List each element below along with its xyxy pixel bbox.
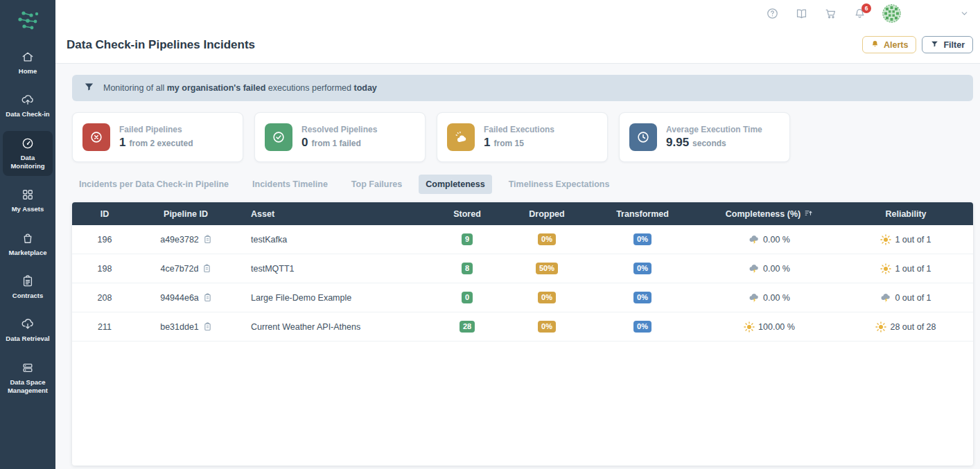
copy-icon[interactable]	[203, 264, 211, 273]
stat-value: 1	[119, 136, 125, 150]
funnel-icon	[83, 81, 95, 96]
table-row[interactable]: 208 94944e6a Large File-Demo Example 0 0…	[72, 283, 973, 312]
tab-incidents-timeline[interactable]: Incidents Timeline	[245, 175, 335, 194]
topbar: 6	[55, 0, 980, 26]
dropped-badge: 50%	[536, 263, 558, 274]
grid-icon	[21, 188, 35, 202]
table-header-row: ID Pipeline ID Asset Stored Dropped Tran…	[72, 202, 973, 225]
help-icon[interactable]	[766, 7, 779, 20]
brand-logo-icon[interactable]	[14, 6, 42, 35]
cell-id: 196	[72, 235, 137, 245]
stat-cards: Failed Pipelines 1from 2 executed Resolv…	[72, 112, 973, 162]
sidebar-item-home[interactable]: Home	[3, 44, 53, 81]
filter-button[interactable]: Filter	[922, 36, 973, 53]
stat-suffix: from 1 failed	[311, 139, 360, 148]
clipboard-icon	[21, 274, 35, 288]
cart-icon[interactable]	[824, 7, 837, 20]
stat-card-failed-executions: Failed Executions 1from 15	[437, 112, 608, 162]
copy-icon[interactable]	[204, 293, 211, 302]
cell-reliability: 0 out of 1	[839, 292, 973, 303]
storm-icon	[880, 292, 891, 303]
page-header: Data Check-in Pipelines Incidents Alerts…	[55, 26, 980, 64]
column-header-dropped[interactable]: Dropped	[509, 209, 585, 219]
column-header-stored[interactable]: Stored	[426, 209, 509, 219]
stat-suffix: from 15	[493, 139, 523, 148]
chevron-down-icon[interactable]	[960, 9, 969, 18]
cell-transformed: 0%	[585, 263, 700, 274]
cell-id: 198	[72, 264, 137, 274]
cell-id: 211	[72, 322, 137, 332]
table-row[interactable]: 198 4ce7b72d testMQTT1 8 50% 0% 0.00 % 1…	[72, 254, 973, 283]
stat-card-average-execution-time: Average Execution Time 9.95seconds	[619, 112, 790, 162]
shopping-bag-icon	[21, 231, 35, 245]
cell-transformed: 0%	[585, 321, 700, 333]
cell-reliability: 28 out of 28	[839, 321, 973, 333]
cell-pipeline-id: a49e3782	[137, 235, 234, 245]
filter-banner-text: Monitoring of all my organisation's fail…	[103, 83, 377, 93]
stat-suffix: from 2 executed	[129, 139, 193, 148]
server-icon	[21, 361, 35, 375]
column-header-reliability[interactable]: Reliability	[839, 209, 973, 219]
sidebar-item-contracts[interactable]: Contracts	[3, 269, 53, 306]
sidebar-item-data-check-in[interactable]: Data Check-in	[3, 87, 53, 124]
stat-suffix: seconds	[692, 139, 726, 148]
sidebar-item-data-space-management[interactable]: Data Space Management	[3, 355, 53, 401]
notifications-bell-icon[interactable]: 6	[853, 7, 866, 20]
docs-book-icon[interactable]	[795, 7, 808, 20]
cell-id: 208	[72, 293, 137, 303]
cell-asset: Current Weather API-Athens	[234, 322, 426, 332]
cell-stored: 9	[426, 233, 509, 245]
cell-completeness: 100.00 %	[700, 321, 839, 333]
alerts-button[interactable]: Alerts	[862, 36, 916, 53]
dropped-badge: 0%	[538, 292, 556, 303]
cell-transformed: 0%	[585, 233, 700, 245]
column-header-id[interactable]: ID	[72, 209, 137, 219]
home-icon	[21, 50, 35, 64]
sidebar-item-data-retrieval[interactable]: Data Retrieval	[3, 312, 53, 348]
sidebar-item-my-assets[interactable]: My Assets	[3, 182, 53, 219]
tab-top-failures[interactable]: Top Failures	[344, 175, 409, 194]
column-header-transformed[interactable]: Transformed	[585, 209, 700, 219]
column-header-asset[interactable]: Asset	[234, 209, 426, 219]
table-row[interactable]: 211 be31dde1 Current Weather API-Athens …	[72, 312, 973, 342]
dropped-badge: 0%	[538, 321, 556, 333]
tabs: Incidents per Data Check-in Pipeline Inc…	[72, 175, 973, 194]
stat-value: 0	[301, 136, 308, 150]
notification-count-badge: 6	[861, 3, 871, 13]
table-row[interactable]: 196 a49e3782 testKafka 9 0% 0% 0.00 % 1 …	[72, 225, 973, 254]
stored-badge: 28	[460, 321, 475, 333]
sun-icon	[880, 263, 891, 274]
sort-ascending-icon[interactable]	[804, 209, 813, 220]
filter-funnel-icon	[930, 39, 939, 51]
copy-icon[interactable]	[204, 322, 211, 331]
tab-incidents-per-pipeline[interactable]: Incidents per Data Check-in Pipeline	[72, 175, 236, 194]
user-avatar[interactable]	[882, 4, 901, 23]
storm-icon	[749, 263, 760, 274]
sidebar-item-marketplace[interactable]: Marketplace	[3, 226, 53, 263]
tab-completeness[interactable]: Completeness	[419, 175, 491, 194]
sidebar-item-data-monitoring[interactable]: Data Monitoring	[3, 131, 53, 177]
cell-asset: testKafka	[234, 235, 426, 245]
sidebar-item-label: Home	[3, 67, 52, 76]
cell-stored: 0	[426, 292, 509, 303]
sidebar-item-label: Contracts	[3, 292, 52, 300]
column-header-pipeline-id[interactable]: Pipeline ID	[137, 209, 234, 219]
completeness-table: ID Pipeline ID Asset Stored Dropped Tran…	[72, 202, 973, 466]
cloud-download-icon	[21, 317, 35, 331]
filter-banner: Monitoring of all my organisation's fail…	[72, 75, 973, 101]
stored-badge: 0	[462, 292, 473, 303]
column-header-completeness[interactable]: Completeness (%)	[700, 209, 839, 220]
cell-pipeline-id: be31dde1	[137, 322, 234, 332]
storm-icon	[749, 234, 760, 245]
sidebar-nav: Home Data Check-in Data Monitoring My As…	[0, 44, 55, 400]
cell-dropped: 0%	[509, 321, 585, 333]
tab-timeliness-expectations[interactable]: Timeliness Expectations	[502, 175, 617, 194]
stored-badge: 8	[462, 263, 473, 274]
copy-icon[interactable]	[204, 235, 211, 244]
transformed-badge: 0%	[633, 263, 651, 274]
sidebar-item-label: My Assets	[3, 205, 52, 213]
error-circle-icon	[82, 123, 110, 151]
cell-asset: testMQTT1	[234, 264, 426, 274]
sun-icon	[875, 321, 886, 333]
stat-label: Average Execution Time	[666, 125, 762, 134]
